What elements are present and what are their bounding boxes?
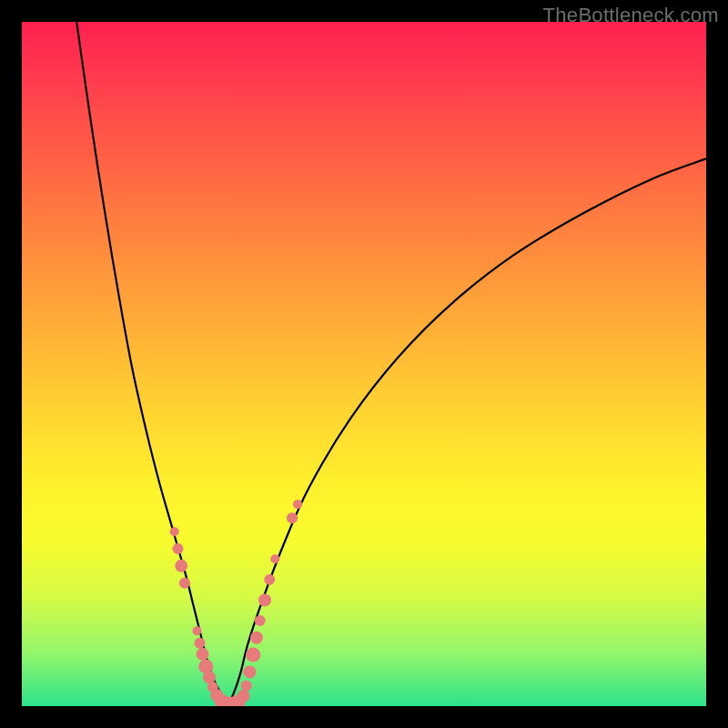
curve-right-branch [228, 158, 706, 706]
highlight-marker [195, 638, 206, 649]
highlight-marker [264, 574, 275, 585]
highlight-marker [179, 578, 190, 589]
highlight-marker [243, 665, 256, 678]
highlight-marker [193, 626, 202, 635]
curve-left-branch [76, 22, 227, 706]
highlight-marker [250, 632, 263, 644]
marker-group [170, 500, 302, 706]
highlight-marker [172, 543, 183, 554]
highlight-marker [287, 512, 298, 523]
highlight-marker [255, 615, 266, 626]
highlight-marker [238, 690, 250, 703]
highlight-marker [293, 500, 302, 509]
highlight-marker [175, 560, 187, 572]
highlight-marker [197, 648, 209, 661]
highlight-marker [246, 648, 260, 662]
chart-svg [22, 22, 706, 706]
highlight-marker [270, 554, 279, 563]
highlight-marker [258, 593, 271, 606]
highlight-marker [241, 680, 252, 691]
highlight-marker [170, 527, 179, 536]
